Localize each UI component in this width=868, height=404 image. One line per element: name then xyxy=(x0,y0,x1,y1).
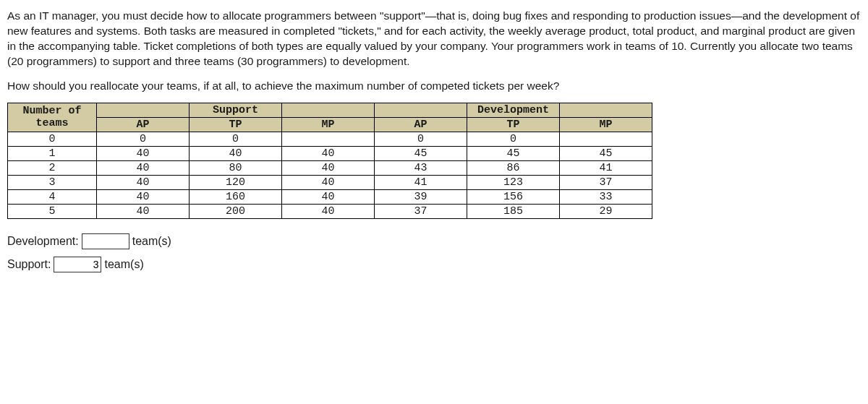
cell-s_ap: 40 xyxy=(97,146,190,160)
col-header-s-tp: TP xyxy=(190,117,282,132)
table-row: 00000 xyxy=(8,132,652,146)
question-text: How should you reallocate your teams, if… xyxy=(7,79,861,93)
cell-d_tp: 0 xyxy=(467,132,560,146)
cell-s_mp: 40 xyxy=(282,175,375,189)
cell-d_ap: 41 xyxy=(375,175,467,189)
cell-n: 0 xyxy=(8,132,97,146)
col-header-dev-mp-top xyxy=(560,103,652,117)
cell-s_ap: 40 xyxy=(97,204,190,218)
support-answer-row: Support: team(s) xyxy=(7,257,861,272)
cell-s_tp: 40 xyxy=(190,146,282,160)
table-row: 440160403915633 xyxy=(8,189,652,204)
cell-n: 2 xyxy=(8,160,97,175)
cell-n: 5 xyxy=(8,204,97,218)
cell-s_mp: 40 xyxy=(282,160,375,175)
cell-d_ap: 37 xyxy=(375,204,467,218)
col-header-d-tp: TP xyxy=(467,117,560,132)
development-label: Development: xyxy=(7,235,79,248)
cell-s_ap: 0 xyxy=(97,132,190,146)
cell-d_mp: 45 xyxy=(560,146,652,160)
development-answer-row: Development: team(s) xyxy=(7,233,861,249)
table-row: 340120404112337 xyxy=(8,175,652,189)
col-header-support-group: Support xyxy=(190,103,282,117)
cell-s_tp: 80 xyxy=(190,160,282,175)
support-unit: team(s) xyxy=(104,258,143,271)
cell-s_ap: 40 xyxy=(97,175,190,189)
col-header-d-ap: AP xyxy=(375,117,467,132)
cell-s_ap: 40 xyxy=(97,189,190,204)
cell-s_ap: 40 xyxy=(97,160,190,175)
cell-d_mp: 33 xyxy=(560,189,652,204)
cell-d_ap: 43 xyxy=(375,160,467,175)
cell-d_ap: 0 xyxy=(375,132,467,146)
cell-s_tp: 120 xyxy=(190,175,282,189)
productivity-table: Number of teams Support Development AP T… xyxy=(7,103,652,219)
cell-d_tp: 185 xyxy=(467,204,560,218)
development-input[interactable] xyxy=(82,233,129,249)
col-header-support-mp-top xyxy=(282,103,375,117)
cell-n: 3 xyxy=(8,175,97,189)
cell-s_tp: 160 xyxy=(190,189,282,204)
cell-n: 1 xyxy=(8,146,97,160)
table-row: 1404040454545 xyxy=(8,146,652,160)
cell-s_mp xyxy=(282,132,375,146)
cell-s_mp: 40 xyxy=(282,146,375,160)
col-header-dev-ap-top xyxy=(375,103,467,117)
cell-d_tp: 45 xyxy=(467,146,560,160)
intro-text: As an IT manager, you must decide how to… xyxy=(7,9,861,69)
col-header-s-ap: AP xyxy=(97,117,190,132)
col-header-d-mp: MP xyxy=(560,117,652,132)
col-header-support-ap-top xyxy=(97,103,190,117)
table-body: 0000014040404545452408040438641340120404… xyxy=(8,132,652,218)
col-header-teams: Number of teams xyxy=(8,103,97,132)
cell-d_ap: 39 xyxy=(375,189,467,204)
support-input[interactable] xyxy=(54,257,101,272)
cell-d_mp xyxy=(560,132,652,146)
cell-d_tp: 123 xyxy=(467,175,560,189)
cell-d_ap: 45 xyxy=(375,146,467,160)
cell-n: 4 xyxy=(8,189,97,204)
cell-d_mp: 29 xyxy=(560,204,652,218)
development-unit: team(s) xyxy=(132,235,171,248)
table-row: 540200403718529 xyxy=(8,204,652,218)
cell-s_tp: 200 xyxy=(190,204,282,218)
cell-s_tp: 0 xyxy=(190,132,282,146)
cell-s_mp: 40 xyxy=(282,189,375,204)
cell-d_tp: 86 xyxy=(467,160,560,175)
table-row: 2408040438641 xyxy=(8,160,652,175)
cell-d_tp: 156 xyxy=(467,189,560,204)
cell-d_mp: 37 xyxy=(560,175,652,189)
support-label: Support: xyxy=(7,258,51,271)
col-header-development-group: Development xyxy=(467,103,560,117)
cell-s_mp: 40 xyxy=(282,204,375,218)
col-header-s-mp: MP xyxy=(282,117,375,132)
cell-d_mp: 41 xyxy=(560,160,652,175)
